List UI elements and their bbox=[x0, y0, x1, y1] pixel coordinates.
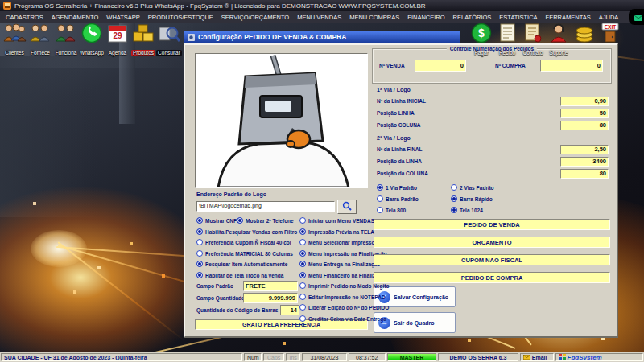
option-tela-800[interactable]: Tela 800 bbox=[377, 206, 406, 214]
coins-icon bbox=[572, 22, 597, 43]
venda-number-field[interactable]: 0 bbox=[415, 60, 466, 72]
radio-indicator bbox=[299, 250, 306, 257]
menu-item-cadastros[interactable]: CADASTROS bbox=[2, 14, 47, 21]
toolbar-item-clientes[interactable]: Clientes bbox=[2, 22, 27, 58]
toolbar-item-agenda[interactable]: 29Agenda bbox=[105, 22, 130, 58]
campo-padrao-field[interactable]: FRETE bbox=[243, 281, 298, 291]
toolbar-item-coins[interactable] bbox=[572, 22, 597, 43]
option-menu-selecionar-impressora[interactable]: Menu Selecionar Impressora bbox=[299, 238, 380, 246]
svg-text:$: $ bbox=[478, 27, 485, 39]
radio-indicator bbox=[237, 217, 243, 224]
option-tela-1024-label: Tela 1024 bbox=[460, 208, 483, 213]
compra-number-field[interactable]: 0 bbox=[540, 60, 603, 72]
option-editar-impress-o-no-notepad[interactable]: Editar Impressão no NOTEPAD bbox=[299, 293, 386, 301]
via1-row-field-posi-o-coluna[interactable]: 80 bbox=[560, 121, 609, 130]
via1-row-field-posi-o-linha[interactable]: 50 bbox=[560, 109, 609, 118]
menu-item-ajuda[interactable]: AJUDA bbox=[595, 14, 623, 21]
radio-indicator bbox=[299, 217, 306, 224]
email-icon bbox=[634, 10, 642, 24]
toolbar-item-contrato[interactable]: Contrato bbox=[520, 22, 546, 58]
option-iniciar-com-menu-vendas[interactable]: Iniciar com Menu VENDAS bbox=[299, 216, 374, 224]
document-type-field-cupom-nao-fiscal[interactable]: CUPOM NAO FISCAL bbox=[374, 254, 610, 265]
menu-bar: CADASTROSAGENDAMENTOWHATSAPPPRODUTOS/EST… bbox=[0, 11, 644, 23]
option-barra-padr-o[interactable]: Barra Padrão bbox=[377, 195, 419, 203]
option-liberar-edi-o-do-n-do-pedido[interactable]: Liberar Edição do Nº do PEDIDO bbox=[299, 303, 389, 311]
toolbar-item-consultar[interactable]: Consultar bbox=[156, 22, 182, 58]
whatsapp-icon bbox=[79, 22, 105, 43]
menu-item-ferramentas[interactable]: FERRAMENTAS bbox=[542, 14, 595, 21]
employees-icon bbox=[53, 22, 79, 43]
option-tela-1024[interactable]: Tela 1024 bbox=[451, 206, 483, 214]
status-user: MASTER bbox=[387, 353, 437, 361]
toolbar-item-recibo[interactable]: Recibo bbox=[494, 22, 520, 58]
menu-item-relat-rios[interactable]: RELATÓRIOS bbox=[449, 14, 496, 21]
toolbar-item-label: Fornece bbox=[31, 50, 50, 56]
toolbar-item-label: Contrato bbox=[523, 50, 543, 56]
option-pesquisar-item-automaticamente-label: Pesquisar Item Automaticamente bbox=[205, 261, 287, 267]
option-prefer-ncia-matricial-80-colunas[interactable]: Preferência MATRICIAL 80 Colunas bbox=[196, 249, 293, 257]
support-icon bbox=[546, 22, 572, 43]
menu-item-estatistica[interactable]: ESTATISTICA bbox=[495, 14, 541, 21]
compra-number-label: Nº COMPRA bbox=[495, 63, 526, 68]
option-habilita-pesquisar-vendas-com-filtro[interactable]: Habilita Pesquisar Vendas com Filtro bbox=[196, 228, 297, 236]
option-mostrar-cnpj[interactable]: Mostrar CNPJ bbox=[196, 216, 240, 224]
option-pesquisar-item-automaticamente[interactable]: Pesquisar Item Automaticamente bbox=[196, 260, 287, 268]
menu-item-produtos-estoque[interactable]: PRODUTOS/ESTOQUE bbox=[144, 14, 217, 21]
products-icon bbox=[130, 22, 156, 43]
toolbar-item-pagar[interactable]: $Pagar bbox=[469, 22, 494, 58]
via2-row-label-posi-o-da-linha: Posição da LINHA bbox=[377, 158, 422, 164]
option-iniciar-com-menu-vendas-label: Iniciar com Menu VENDAS bbox=[308, 218, 374, 224]
option-creditar-caixa-via-data-entrega[interactable]: Creditar Caixa via Data Entrega bbox=[299, 315, 386, 323]
option-impress-o-pr-via-na-tela-label: Impressão Prévia na TELA bbox=[308, 229, 374, 235]
via1-row-label-posi-o-linha: Posição LINHA bbox=[377, 110, 415, 116]
via2-row-field-n-da-linha-final[interactable]: 2,50 bbox=[560, 145, 609, 154]
toolbar-item-produtos[interactable]: Produtos bbox=[130, 22, 156, 58]
option-prefer-ncia-cupom-fiscal-40-col[interactable]: Preferência Cupom Ñ Fiscal 40 col bbox=[196, 238, 291, 246]
menu-item-financeiro[interactable]: FINANCEIRO bbox=[403, 14, 448, 21]
campo-quantidade-field[interactable]: 9.999.999 bbox=[243, 293, 298, 303]
toolbar-item-exit[interactable]: EXIT bbox=[597, 22, 623, 43]
option-barra-r-pido[interactable]: Barra Rápido bbox=[451, 195, 493, 203]
status-email[interactable]: Email bbox=[520, 353, 554, 361]
via2-row-label-posi-o-da-coluna: Posição da COLUNA bbox=[377, 171, 428, 176]
option-impress-o-pr-via-na-tela[interactable]: Impressão Prévia na TELA bbox=[299, 228, 374, 236]
status-brand-label: FpqSystem bbox=[568, 354, 602, 361]
via2-row-field-posi-o-da-linha[interactable]: 3400 bbox=[560, 157, 609, 167]
via1-row-field-n-da-linha-inicial[interactable]: 0,90 bbox=[560, 97, 609, 106]
document-type-field-orcamento[interactable]: ORCAMENTO bbox=[374, 237, 610, 248]
menu-item-menu-vendas[interactable]: MENU VENDAS bbox=[293, 14, 345, 21]
option-1-via-padr-o[interactable]: 1 Via Padrão bbox=[377, 183, 417, 191]
menu-item-whatsapp[interactable]: WHATSAPP bbox=[102, 14, 144, 21]
toolbar-item-label: Pagar bbox=[474, 50, 488, 56]
via2-row-field-posi-o-da-coluna[interactable]: 80 bbox=[560, 169, 609, 179]
menu-item-servi-o-or-amento[interactable]: SERVIÇO/ORÇAMENTO bbox=[217, 14, 293, 21]
option-habiltar-de-tela-troco-na-venda[interactable]: Habiltar de Tela Troco na venda bbox=[196, 271, 283, 279]
via1-row-label-n-da-linha-inicial: Nº da Linha INICIAL bbox=[377, 98, 426, 104]
toolbar-item-whatsapp[interactable]: WhatsApp bbox=[79, 22, 105, 58]
option-habiltar-de-tela-troco-na-venda-label: Habiltar de Tela Troco na venda bbox=[205, 273, 283, 278]
option-prefer-ncia-matricial-80-colunas-label: Preferência MATRICIAL 80 Colunas bbox=[205, 251, 293, 257]
app-window: Programa OS Serralheria + Financeiro v6.… bbox=[0, 0, 644, 362]
option-mostrar-cnpj-label: Mostrar CNPJ bbox=[205, 218, 240, 224]
document-type-field-pedido-de-venda[interactable]: PEDIDO DE VENDA bbox=[374, 219, 610, 230]
status-email-label: Email bbox=[532, 355, 547, 360]
menu-item-menu-compras[interactable]: MENU COMPRAS bbox=[345, 14, 403, 21]
suppliers-icon bbox=[27, 22, 53, 43]
status-caps: Caps bbox=[263, 353, 284, 361]
option-menu-entrega-na-finaliza-o[interactable]: Menu Entrega na Finalização bbox=[299, 260, 380, 268]
document-type-field-pedido-de-compra[interactable]: PEDIDO DE COMPRA bbox=[374, 272, 610, 283]
campo-quantidade-label: Campo Quantidade bbox=[196, 295, 245, 301]
welder-illustration bbox=[196, 54, 367, 187]
toolbar-item-funciona[interactable]: Funciona bbox=[53, 22, 79, 58]
logo-path-input[interactable]: \BITMAP\logocema6.png bbox=[196, 201, 335, 212]
toolbar-item-suporte[interactable]: Suporte bbox=[546, 22, 572, 58]
option-2-vias-padr-o[interactable]: 2 Vias Padrão bbox=[451, 183, 494, 191]
qtd-codigo-barras-field[interactable]: 14 bbox=[280, 305, 299, 315]
radio-indicator bbox=[196, 217, 203, 224]
menu-item-agendamento[interactable]: AGENDAMENTO bbox=[47, 14, 103, 21]
toolbar-item-fornece[interactable]: Fornece bbox=[27, 22, 53, 58]
logo-browse-button[interactable] bbox=[337, 200, 357, 214]
toolbar-item-label: Clientes bbox=[5, 50, 23, 56]
menu-item-email[interactable]: E-MAIL bbox=[629, 9, 644, 25]
option-mostrar-2-telefone[interactable]: Mostrar 2º Telefone bbox=[237, 216, 294, 224]
